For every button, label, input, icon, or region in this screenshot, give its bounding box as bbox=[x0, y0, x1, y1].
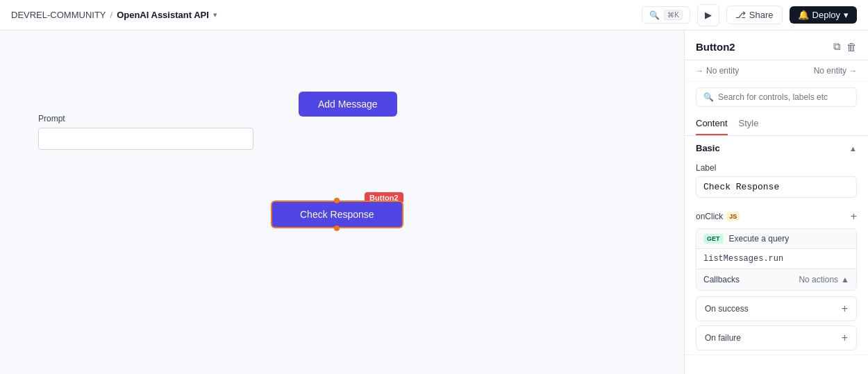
onclick-add-button[interactable]: + bbox=[851, 210, 857, 223]
tab-content[interactable]: Content bbox=[696, 112, 728, 135]
basic-section: Basic ▲ Label onClick JS + GET Exe bbox=[685, 136, 868, 355]
search-box: 🔍 bbox=[696, 87, 857, 107]
check-response-area: Button2 Check Response bbox=[271, 201, 403, 228]
deploy-button[interactable]: 🔔 Deploy ▾ bbox=[790, 6, 857, 24]
query-name: listMessages.run bbox=[696, 249, 856, 269]
on-failure-add-button[interactable]: + bbox=[842, 332, 848, 344]
add-message-label: Add Message bbox=[318, 99, 378, 110]
copy-icon: ⧉ bbox=[833, 40, 841, 53]
project-name: DEVREL-COMMUNITY bbox=[11, 10, 106, 20]
execute-label: Execute a query bbox=[729, 234, 790, 244]
basic-section-title: Basic bbox=[696, 143, 720, 153]
chevron-up-icon: ▲ bbox=[849, 144, 857, 153]
on-success-item: On success + bbox=[696, 296, 857, 321]
canvas: Add Message Prompt Button2 Check Respons… bbox=[0, 31, 684, 374]
panel-tabs: Content Style bbox=[685, 112, 868, 136]
on-failure-item: On failure + bbox=[696, 325, 857, 350]
chevron-down-icon: ▾ bbox=[213, 10, 217, 19]
execute-block: GET Execute a query listMessages.run Cal… bbox=[696, 228, 857, 291]
entity-row: → No entity No entity → bbox=[685, 60, 868, 82]
entity-right-label: No entity bbox=[814, 66, 846, 76]
execute-header: GET Execute a query bbox=[696, 229, 856, 249]
bell-icon: 🔔 bbox=[798, 10, 809, 20]
panel-title: Button2 bbox=[696, 41, 735, 53]
app-name: OpenAI Assistant API bbox=[117, 10, 209, 20]
search-kbd: ⌘K bbox=[664, 10, 683, 20]
label-field-input[interactable] bbox=[696, 176, 857, 198]
nav-breadcrumb: DEVREL-COMMUNITY / OpenAI Assistant API … bbox=[11, 10, 217, 20]
onclick-text: onClick bbox=[696, 212, 723, 221]
play-icon: ▶ bbox=[705, 10, 712, 20]
arrow-left-icon: → bbox=[849, 67, 857, 75]
prompt-container: Prompt bbox=[38, 114, 253, 150]
callbacks-row: Callbacks No actions ▲ bbox=[696, 269, 856, 290]
on-success-add-button[interactable]: + bbox=[842, 303, 848, 315]
deploy-label: Deploy bbox=[812, 10, 840, 20]
trash-icon: 🗑 bbox=[846, 41, 857, 53]
no-actions-right: No actions ▲ bbox=[799, 275, 849, 284]
play-button[interactable]: ▶ bbox=[697, 4, 719, 26]
nav-right-actions: 🔍 ⌘K ▶ ⎇ Share 🔔 Deploy ▾ bbox=[642, 4, 857, 26]
label-field-label: Label bbox=[696, 163, 857, 173]
search-button[interactable]: 🔍 ⌘K bbox=[642, 6, 690, 24]
add-message-button[interactable]: Add Message bbox=[299, 92, 397, 117]
prompt-input[interactable] bbox=[38, 128, 253, 150]
copy-button[interactable]: ⧉ bbox=[833, 40, 841, 53]
callbacks-label: Callbacks bbox=[703, 275, 740, 284]
onclick-row: onClick JS + bbox=[685, 205, 868, 228]
share-icon: ⎇ bbox=[735, 10, 746, 20]
share-button[interactable]: ⎇ Share bbox=[726, 6, 783, 24]
no-actions-label: No actions bbox=[799, 275, 838, 284]
chevron-up-small-icon: ▲ bbox=[841, 275, 849, 284]
panel-header-icons: ⧉ 🗑 bbox=[833, 40, 857, 53]
panel-header: Button2 ⧉ 🗑 bbox=[685, 31, 868, 60]
search-input[interactable] bbox=[718, 92, 849, 102]
label-field-row: Label bbox=[685, 160, 868, 205]
search-icon: 🔍 bbox=[649, 10, 660, 20]
tab-style[interactable]: Style bbox=[739, 112, 759, 135]
onclick-label: onClick JS bbox=[696, 212, 740, 221]
on-success-label: On success bbox=[705, 304, 749, 314]
arrow-right-icon: → bbox=[696, 67, 703, 75]
js-badge: JS bbox=[726, 212, 740, 221]
basic-section-header[interactable]: Basic ▲ bbox=[685, 136, 868, 160]
right-panel: Button2 ⧉ 🗑 → No entity No entity → bbox=[684, 31, 868, 374]
entity-left-label: No entity bbox=[706, 66, 739, 76]
nav-separator: / bbox=[110, 10, 113, 20]
entity-left: → No entity bbox=[696, 66, 739, 76]
on-failure-label: On failure bbox=[705, 333, 741, 343]
prompt-label: Prompt bbox=[38, 114, 253, 124]
check-response-label: Check Response bbox=[300, 209, 374, 220]
get-badge: GET bbox=[703, 234, 724, 244]
entity-right: No entity → bbox=[814, 66, 857, 76]
check-response-button[interactable]: Check Response bbox=[271, 201, 403, 228]
search-icon: 🔍 bbox=[703, 92, 714, 102]
share-label: Share bbox=[749, 10, 774, 20]
main-layout: Add Message Prompt Button2 Check Respons… bbox=[0, 31, 868, 374]
delete-button[interactable]: 🗑 bbox=[846, 40, 857, 53]
deploy-chevron-icon: ▾ bbox=[844, 10, 849, 20]
top-nav: DEVREL-COMMUNITY / OpenAI Assistant API … bbox=[0, 0, 868, 31]
